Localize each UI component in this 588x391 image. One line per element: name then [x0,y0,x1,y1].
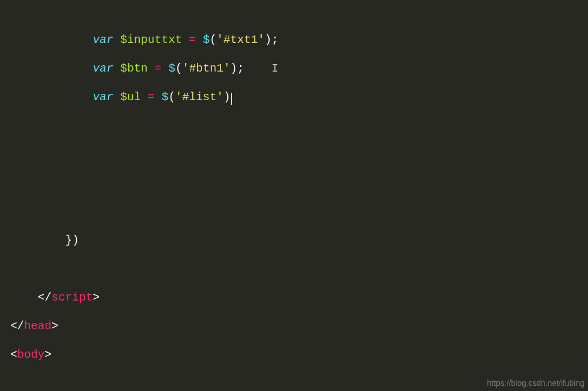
text-cursor-icon: I [271,62,278,75]
code-line [10,147,588,161]
code-line: var $btn = $('#btn1'); I [10,61,588,76]
keyword-var: var [93,33,113,46]
identifier: $inputtxt [120,33,182,46]
code-line [10,204,588,219]
code-editor[interactable]: var $inputtxt = $('#txt1'); var $btn = $… [0,0,588,391]
code-line: </script> [10,290,588,305]
code-line: var $inputtxt = $('#txt1'); [10,33,588,47]
code-line: var $ul = $('#list') [10,90,588,104]
code-line: </head> [10,319,588,333]
caret-icon [231,93,232,105]
watermark-text: https://blog.csdn.net/ifubing [487,378,585,388]
code-line [10,119,588,133]
code-line [10,176,588,190]
code-line [10,262,588,276]
code-line: }) [10,233,588,247]
code-line: <body> [10,347,588,362]
